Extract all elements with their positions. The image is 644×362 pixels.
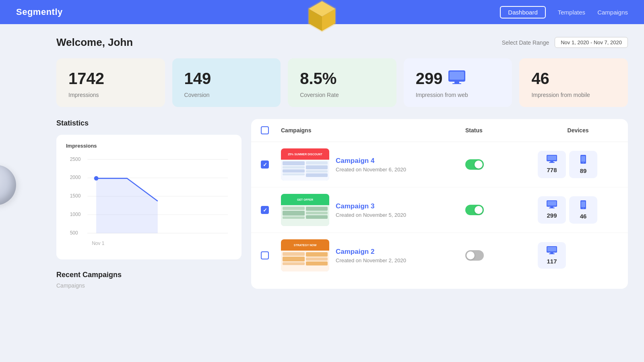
svg-rect-36 <box>547 247 556 251</box>
header-check <box>261 126 281 134</box>
nav-templates[interactable]: Templates <box>558 9 585 16</box>
campaign-thumb-1: 25% SUMMER DISCOUNT <box>281 148 329 181</box>
device-badge-mobile-2: 46 <box>569 196 597 224</box>
row-checkbox-2[interactable] <box>261 206 281 214</box>
ball-decoration <box>0 165 16 205</box>
chart-area: Impressions 2500 2000 1500 1000 500 <box>56 135 242 259</box>
kpi-value-coversion: 149 <box>184 70 269 88</box>
kpi-card-coversion-rate: 8.5% Coversion Rate <box>288 58 396 107</box>
campaign-name-3: Campaign 2 <box>336 248 406 256</box>
svg-point-34 <box>583 208 584 208</box>
monitor-icon <box>547 246 557 256</box>
monitor-icon <box>547 200 557 210</box>
svg-text:1500: 1500 <box>70 193 81 199</box>
kpi-card-mobile: 46 Impression from mobile <box>519 58 628 107</box>
select-all-checkbox[interactable] <box>261 126 269 134</box>
web-count-3: 117 <box>547 258 557 265</box>
device-badge-web-2: 299 <box>538 196 566 224</box>
svg-rect-5 <box>450 72 464 80</box>
kpi-value-web: 299 <box>416 70 500 88</box>
svg-rect-33 <box>581 202 585 207</box>
campaign-text-3: Campaign 2 Created on November 2, 2020 <box>336 248 406 263</box>
row-checkbox-3[interactable] <box>261 251 281 259</box>
svg-text:2500: 2500 <box>70 156 81 162</box>
web-count-1: 778 <box>547 167 557 173</box>
campaign-name-2: Campaign 3 <box>336 202 406 210</box>
svg-point-19 <box>94 176 99 181</box>
svg-rect-26 <box>581 156 585 162</box>
campaign-thumb-3: STRATEGY NOW <box>281 239 329 272</box>
campaign-status-3[interactable] <box>465 250 538 261</box>
device-counts-2: 299 46 <box>538 196 618 224</box>
recent-campaigns-title: Recent Campaigns <box>56 271 242 279</box>
row-checkbox-1[interactable] <box>261 160 281 169</box>
kpi-value-impressions: 1742 <box>68 70 153 88</box>
toggle-3[interactable] <box>465 250 484 261</box>
svg-text:2000: 2000 <box>70 175 81 180</box>
svg-rect-23 <box>550 161 553 162</box>
statistics-title: Statistics <box>56 119 242 128</box>
col-header-devices: Devices <box>538 127 618 134</box>
campaigns-table-header: Campaigns Status Devices <box>251 119 628 142</box>
nav-campaigns[interactable]: Campaigns <box>597 9 628 16</box>
web-count-2: 299 <box>547 212 557 219</box>
kpi-label-mobile: Impression from mobile <box>531 92 616 98</box>
campaign-status-2[interactable] <box>465 205 538 215</box>
date-range-label: Select Date Range <box>502 39 549 46</box>
kpi-value-mobile: 46 <box>531 70 616 88</box>
phone-icon <box>580 200 586 211</box>
monitor-icon <box>547 155 557 165</box>
svg-marker-18 <box>96 178 158 233</box>
toggle-2[interactable] <box>465 205 484 215</box>
checkbox-3[interactable] <box>261 251 269 259</box>
chart-svg: 2500 2000 1500 1000 500 <box>66 153 232 249</box>
svg-rect-24 <box>549 162 555 163</box>
campaign-status-1[interactable] <box>465 159 538 170</box>
date-range-value[interactable]: Nov 1, 2020 - Nov 7, 2020 <box>555 37 628 48</box>
svg-text:500: 500 <box>70 230 78 236</box>
device-counts-3: 117 <box>538 242 618 269</box>
recent-campaigns-sub: Campaigns <box>56 282 242 289</box>
monitor-icon-web <box>448 70 465 88</box>
campaign-date-1: Created on November 6, 2020 <box>336 167 406 173</box>
campaign-thumb-2: GET OFFER <box>281 194 329 226</box>
svg-rect-7 <box>452 83 461 84</box>
navbar: Segmently Dashboard Templates Campaigns <box>0 0 644 24</box>
svg-point-27 <box>583 162 584 163</box>
chart-title: Impressions <box>66 143 232 149</box>
main-content: Welcome, John Select Date Range Nov 1, 2… <box>0 24 644 297</box>
nav-dashboard[interactable]: Dashboard <box>500 6 545 19</box>
kpi-value-coversion-rate: 8.5% <box>300 70 384 88</box>
top-row: Welcome, John Select Date Range Nov 1, 2… <box>56 36 628 49</box>
device-badge-web-3: 117 <box>538 242 566 269</box>
phone-icon <box>580 155 586 166</box>
campaign-info-1: 25% SUMMER DISCOUNT <box>281 148 465 181</box>
campaign-date-3: Created on November 2, 2020 <box>336 257 406 263</box>
table-row: 25% SUMMER DISCOUNT <box>251 142 628 187</box>
campaign-date-2: Created on November 5, 2020 <box>336 212 406 218</box>
svg-rect-29 <box>547 201 556 206</box>
campaign-info-2: GET OFFER <box>281 194 465 226</box>
kpi-card-web: 299 Impression from web <box>404 58 512 107</box>
svg-rect-38 <box>549 253 555 254</box>
kpi-card-coversion: 149 Coversion <box>172 58 281 107</box>
kpi-label-coversion: Coversion <box>184 92 269 98</box>
svg-rect-31 <box>549 208 555 208</box>
toggle-1[interactable] <box>465 159 484 170</box>
campaigns-panel: Campaigns Status Devices 25% SUMMER DISC… <box>251 119 628 289</box>
brand: Segmently <box>16 7 63 17</box>
device-counts-1: 778 89 <box>538 151 618 178</box>
kpi-label-web: Impression from web <box>416 92 500 98</box>
lower-section: Statistics Impressions 2500 2000 1500 10… <box>56 119 628 289</box>
kpi-label-impressions: Impressions <box>68 92 153 98</box>
left-panel: Statistics Impressions 2500 2000 1500 10… <box>56 119 242 289</box>
device-badge-web-1: 778 <box>538 151 566 178</box>
navbar-links: Dashboard Templates Campaigns <box>500 6 628 19</box>
svg-marker-1 <box>309 1 335 16</box>
svg-rect-6 <box>454 82 459 83</box>
kpi-row: 1742 Impressions 149 Coversion 8.5% Cove… <box>56 58 628 107</box>
campaign-text-1: Campaign 4 Created on November 6, 2020 <box>336 157 406 173</box>
svg-rect-22 <box>547 156 556 160</box>
svg-rect-37 <box>550 253 553 253</box>
device-badge-mobile-1: 89 <box>569 151 597 178</box>
